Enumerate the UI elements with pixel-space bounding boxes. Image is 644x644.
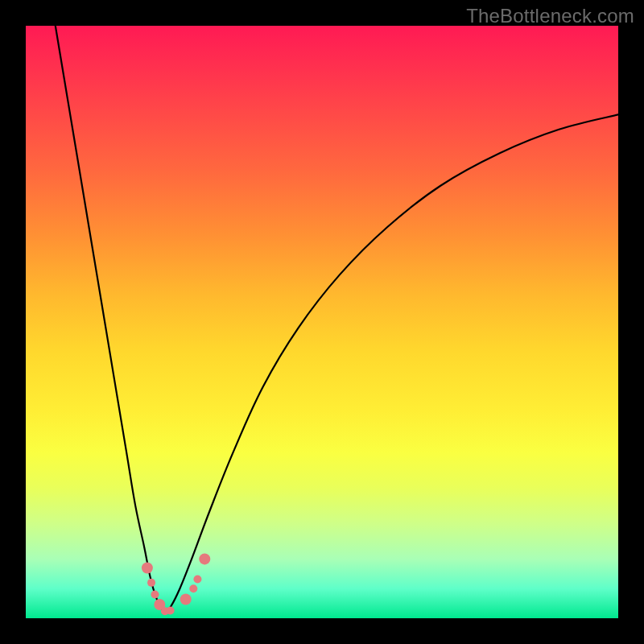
marker-dot bbox=[147, 579, 155, 587]
watermark-text: TheBottleneck.com bbox=[466, 5, 634, 27]
marker-dot bbox=[180, 593, 192, 605]
marker-dot bbox=[167, 606, 175, 614]
chart-frame: TheBottleneck.com bbox=[0, 0, 644, 644]
marker-dot bbox=[151, 591, 159, 599]
plot-area bbox=[26, 26, 618, 618]
marker-dot bbox=[189, 584, 197, 592]
markers-group bbox=[142, 553, 210, 615]
curve-layer bbox=[26, 26, 618, 618]
curve-right-branch bbox=[165, 114, 618, 613]
marker-dot bbox=[142, 562, 153, 573]
marker-dot bbox=[199, 553, 210, 564]
curve-left-branch bbox=[56, 26, 165, 613]
marker-dot bbox=[193, 575, 201, 583]
